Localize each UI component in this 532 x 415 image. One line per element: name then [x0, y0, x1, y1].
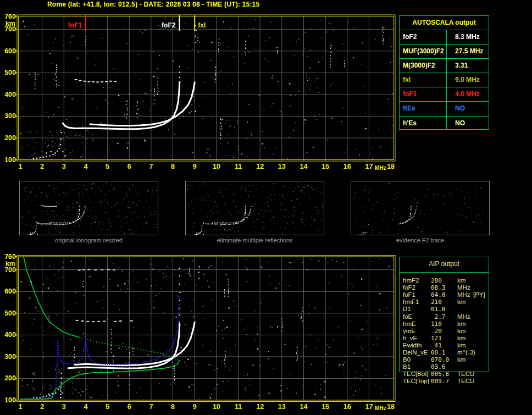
- series-E-echo: [33, 373, 63, 399]
- x-tick-label: 6: [128, 163, 131, 170]
- y-tick-label: 760: [4, 253, 16, 261]
- x-tick-label: 14: [300, 403, 307, 411]
- x-tick-label: 13: [278, 163, 286, 170]
- x-tick-label: 9: [193, 403, 197, 411]
- aip-param-unit: TECU: [457, 378, 474, 384]
- y-tick-label: 600: [4, 287, 16, 295]
- x-axis-unit-label: MHz: [375, 165, 386, 171]
- x-tick-label: 12: [256, 163, 264, 170]
- thumbnail-eliminate-reflections-image: [186, 181, 324, 235]
- aip-row-delnve: DelN_vE00.1m^(-3): [400, 349, 490, 356]
- series-fxI-spread-echoes: [198, 266, 200, 279]
- inversion-profile-plot: 123456789101112131415161718MHz7607006005…: [0, 250, 401, 415]
- aip-row-fof2: foF208.3MHz: [400, 284, 490, 291]
- aip-row-foe: foE 2.7MHz: [400, 313, 490, 320]
- x-tick-label: 5: [106, 163, 109, 170]
- x-tick-label: 14: [300, 163, 307, 170]
- autoscala-table-header: AUTOSCALA output: [400, 16, 489, 30]
- aip-output-table: AIP output hmF2280kmfoF208.3MHzfoF104.0M…: [399, 257, 489, 372]
- autoscala-param-value: 3.31: [455, 59, 468, 73]
- aip-row-tectop: TEC[Top]009.7TECU: [400, 378, 490, 385]
- aip-param-value: 04.0: [431, 291, 446, 298]
- series-scaled-trace-isolated: [179, 296, 180, 298]
- y-tick-label: 100: [4, 396, 16, 404]
- aip-param-unit: km: [457, 277, 465, 284]
- thumbnail-caption-evidence: evidence F2 trace: [351, 237, 490, 244]
- x-tick-label: 16: [343, 403, 351, 411]
- marker-foF2: foF2: [162, 15, 179, 31]
- x-tick-label: 15: [322, 403, 329, 411]
- aip-param-unit: MHz: [457, 313, 470, 320]
- aip-param-value: 110: [431, 320, 442, 328]
- x-tick-label: 17: [365, 403, 373, 411]
- autoscala-row-hes: h'EsNO: [400, 117, 489, 130]
- aip-row-fof1: foF104.0MHz[PY]: [400, 291, 490, 298]
- autoscala-param-value: NO: [455, 117, 465, 130]
- aip-param-value: 00.1: [431, 349, 446, 356]
- aip-param-value: 41: [431, 342, 442, 349]
- aip-param-unit: km: [457, 320, 465, 327]
- aip-param-label: D1: [403, 306, 411, 312]
- x-tick-label: 7: [149, 163, 153, 170]
- aip-row-b0: B0070.0km: [400, 356, 490, 363]
- aip-row-yme: ymE 20km: [400, 328, 490, 335]
- x-tick-label: 3: [62, 163, 66, 170]
- autoscala-param-value: 9.0 MHz: [455, 73, 480, 87]
- autoscala-row-ftes: ftEsNO: [400, 102, 489, 116]
- plot-frame: [15, 256, 395, 402]
- x-tick-label: 10: [213, 403, 220, 411]
- aip-param-label: DelN_vE: [403, 349, 428, 356]
- x-tick-label: 8: [171, 403, 175, 411]
- x-tick-label: 11: [235, 403, 242, 411]
- marker-fxI: fxI: [195, 15, 206, 31]
- series-second-reflection-band: [75, 79, 117, 82]
- y-tick-label: 200: [4, 374, 16, 382]
- series-restored-trace-extraordinary: [75, 322, 195, 365]
- aip-param-label: foE: [403, 313, 412, 320]
- x-tick-label: 16: [343, 163, 351, 170]
- thumbnail-original-ionogram: [19, 181, 158, 235]
- x-tick-label: 8: [171, 163, 175, 170]
- x-tick-label: 6: [128, 403, 131, 411]
- marker-label-foF1: foF1: [68, 21, 82, 29]
- x-tick-label: 2: [40, 403, 44, 411]
- aip-param-value: 280: [431, 277, 442, 284]
- y-axis-unit-label: km: [5, 260, 15, 268]
- ionogram-traces: [33, 25, 197, 159]
- autoscala-row-muf3000f2: MUF(3000)F227.5 MHz: [400, 45, 489, 59]
- x-tick-label: 9: [193, 163, 197, 170]
- plot-gridlines: [19, 16, 394, 160]
- series-profile-topside: [24, 257, 79, 337]
- aip-param-unit: MHz: [457, 291, 470, 298]
- marker-label-fxI: fxI: [198, 21, 206, 29]
- aip-param-value: 01.0: [431, 306, 446, 313]
- aip-row-b1: B103.6: [400, 363, 490, 370]
- marker-foF1: foF1: [68, 15, 86, 31]
- series-second-reflection-band: [76, 320, 133, 322]
- x-tick-label: 5: [106, 403, 109, 411]
- aip-param-label: ymE: [403, 328, 415, 334]
- autoscala-param-value: 8.3 MHz: [455, 30, 480, 44]
- x-tick-label: 7: [149, 403, 153, 411]
- thumbnail-noise: [21, 182, 157, 234]
- autoscala-param-value: 4.0 MHz: [455, 87, 480, 101]
- x-tick-label: 4: [84, 403, 87, 411]
- axis-tick-labels: 123456789101112131415161718MHz7607006005…: [4, 13, 395, 171]
- station-date-time-title: Rome (lat: +41.8, lon: 012.5) - DATE: 20…: [47, 1, 259, 8]
- y-tick-label: 760: [4, 13, 16, 20]
- x-tick-label: 1: [19, 403, 23, 411]
- x-tick-label: 18: [387, 403, 395, 411]
- plot-gridlines: [19, 257, 394, 400]
- aip-row-d1: D101.0: [400, 306, 490, 313]
- series-E-trace: [33, 132, 66, 159]
- aip-param-label: hmF2: [403, 277, 419, 284]
- y-tick-label: 400: [4, 91, 16, 98]
- aip-param-value: 005.8: [431, 370, 449, 378]
- aip-row-hmf2: hmF2280km: [400, 277, 490, 284]
- aip-param-label: foF2: [403, 284, 415, 291]
- x-tick-label: 11: [235, 163, 242, 170]
- autoscala-param-label: MUF(3000)F2: [403, 45, 444, 58]
- series-scaled-trace: [20, 304, 180, 400]
- y-axis-unit-label: km: [5, 20, 15, 27]
- aip-param-label: h_vE: [403, 335, 417, 341]
